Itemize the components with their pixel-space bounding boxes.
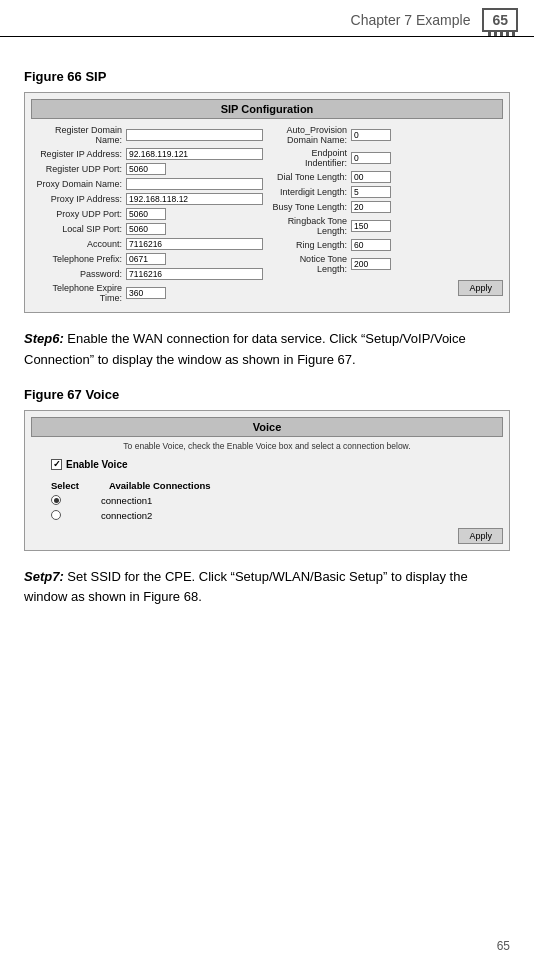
voice-connection1-row: connection1 [51, 495, 503, 506]
sip-field-row: Local SIP Port: 5060 [31, 223, 263, 235]
field-input-busy-tone[interactable]: 20 [351, 201, 391, 213]
field-input-ring-length[interactable]: 60 [351, 239, 391, 251]
field-label-tel-prefix: Telephone Prefix: [31, 254, 126, 264]
sip-field-row-r: Busy Tone Length: 20 [271, 201, 503, 213]
main-content: Figure 66 SIP SIP Configuration Register… [0, 37, 534, 638]
field-label-reg-udp: Register UDP Port: [31, 164, 126, 174]
field-input-dial-tone[interactable]: 00 [351, 171, 391, 183]
sip-field-row: Proxy Domain Name: [31, 178, 263, 190]
sip-field-row: Telephone Expire Time: 360 [31, 283, 263, 303]
sip-field-row: Proxy IP Address: 192.168.118.12 [31, 193, 263, 205]
field-label-password: Password: [31, 269, 126, 279]
sip-field-row-r: Auto_Provision Domain Name: 0 [271, 125, 503, 145]
connection2-label: connection2 [101, 510, 152, 521]
figure67-label: Figure 67 Voice [24, 387, 510, 402]
field-label-proxy-domain: Proxy Domain Name: [31, 179, 126, 189]
voice-description: To enable Voice, check the Enable Voice … [31, 441, 503, 451]
page-number-box: 65 [482, 8, 518, 32]
field-label-local-sip: Local SIP Port: [31, 224, 126, 234]
field-input-account[interactable]: 7116216 [126, 238, 263, 250]
sip-field-row: Account: 7116216 [31, 238, 263, 250]
field-input-proxy-ip[interactable]: 192.168.118.12 [126, 193, 263, 205]
header-page-number: 65 [492, 12, 508, 28]
sip-field-row-r: Notice Tone Length: 200 [271, 254, 503, 274]
sip-field-row: Register Domain Name: [31, 125, 263, 145]
figure67-type: Voice [85, 387, 119, 402]
field-input-auto-prov[interactable]: 0 [351, 129, 391, 141]
field-input-tel-expire[interactable]: 360 [126, 287, 166, 299]
field-input-proxy-domain[interactable] [126, 178, 263, 190]
field-label-proxy-ip: Proxy IP Address: [31, 194, 126, 204]
enable-voice-checkbox[interactable]: ✓ [51, 459, 62, 470]
sip-apply-button[interactable]: Apply [458, 280, 503, 296]
field-label-dial-tone: Dial Tone Length: [271, 172, 351, 182]
step6-body: Enable the WAN connection for data servi… [24, 331, 466, 367]
field-input-password[interactable]: 7116216 [126, 268, 263, 280]
step6-prefix: Step6: [24, 331, 64, 346]
field-label-tel-expire: Telephone Expire Time: [31, 283, 126, 303]
figure66-type: SIP [85, 69, 106, 84]
sip-field-row: Register UDP Port: 5060 [31, 163, 263, 175]
field-label-busy-tone: Busy Tone Length: [271, 202, 351, 212]
enable-voice-label: Enable Voice [66, 459, 128, 470]
enable-voice-row[interactable]: ✓ Enable Voice [51, 459, 503, 470]
field-label-endpoint-id: Endpoint Indentifier: [271, 148, 351, 168]
voice-dialog-title: Voice [31, 417, 503, 437]
field-label-interdigit: Interdigit Length: [271, 187, 351, 197]
field-label-reg-domain: Register Domain Name: [31, 125, 126, 145]
field-label-auto-prov: Auto_Provision Domain Name: [271, 125, 351, 145]
footer-page-number: 65 [497, 939, 510, 953]
page-footer: 65 [497, 939, 510, 953]
field-input-notice-tone[interactable]: 200 [351, 258, 391, 270]
sip-field-row-r: Dial Tone Length: 00 [271, 171, 503, 183]
field-input-proxy-udp[interactable]: 5060 [126, 208, 166, 220]
sip-field-row: Proxy UDP Port: 5060 [31, 208, 263, 220]
field-label-notice-tone: Notice Tone Length: [271, 254, 351, 274]
sip-right-col: Auto_Provision Domain Name: 0 Endpoint I… [271, 125, 503, 306]
page-header: Chapter 7 Example 65 [0, 0, 534, 37]
voice-apply-row: Apply [31, 527, 503, 544]
field-input-ringback[interactable]: 150 [351, 220, 391, 232]
field-input-reg-ip[interactable]: 92.168.119.121 [126, 148, 263, 160]
sip-field-row-r: Ring Length: 60 [271, 239, 503, 251]
radio-connection2[interactable] [51, 510, 61, 520]
field-input-tel-prefix[interactable]: 0671 [126, 253, 166, 265]
field-label-reg-ip: Register IP Address: [31, 149, 126, 159]
sip-field-row: Register IP Address: 92.168.119.121 [31, 148, 263, 160]
sip-field-row-r: Endpoint Indentifier: 0 [271, 148, 503, 168]
field-input-reg-udp[interactable]: 5060 [126, 163, 166, 175]
connection1-label: connection1 [101, 495, 152, 506]
voice-connection2-row: connection2 [51, 510, 503, 521]
field-label-ringback: Ringback Tone Length: [271, 216, 351, 236]
figure66-screenshot: SIP Configuration Register Domain Name: … [24, 92, 510, 313]
step7-prefix: Setp7: [24, 569, 64, 584]
figure67-name: Figure 67 [24, 387, 82, 402]
figure67-screenshot: Voice To enable Voice, check the Enable … [24, 410, 510, 551]
sip-field-row: Password: 7116216 [31, 268, 263, 280]
sip-dialog-title: SIP Configuration [31, 99, 503, 119]
col-connections-header: Available Connections [109, 480, 211, 491]
voice-table-header: Select Available Connections [51, 480, 503, 491]
field-input-interdigit[interactable]: 5 [351, 186, 391, 198]
field-label-account: Account: [31, 239, 126, 249]
figure66-label: Figure 66 SIP [24, 69, 510, 84]
voice-apply-button[interactable]: Apply [458, 528, 503, 544]
radio-connection1[interactable] [51, 495, 61, 505]
sip-field-row: Telephone Prefix: 0671 [31, 253, 263, 265]
step6-text: Step6: Enable the WAN connection for dat… [24, 329, 510, 371]
field-label-ring-length: Ring Length: [271, 240, 351, 250]
sip-apply-row: Apply [271, 280, 503, 296]
sip-left-col: Register Domain Name: Register IP Addres… [31, 125, 263, 306]
sip-field-row-r: Ringback Tone Length: 150 [271, 216, 503, 236]
chapter-title: Chapter 7 Example [351, 12, 471, 28]
field-input-reg-domain[interactable] [126, 129, 263, 141]
sip-field-row-r: Interdigit Length: 5 [271, 186, 503, 198]
step7-body: Set SSID for the CPE. Click “Setup/WLAN/… [24, 569, 468, 605]
col-select-header: Select [51, 480, 79, 491]
sip-dialog-content: Register Domain Name: Register IP Addres… [31, 125, 503, 306]
field-input-endpoint-id[interactable]: 0 [351, 152, 391, 164]
figure66-name: Figure 66 [24, 69, 82, 84]
field-label-proxy-udp: Proxy UDP Port: [31, 209, 126, 219]
field-input-local-sip[interactable]: 5060 [126, 223, 166, 235]
step7-text: Setp7: Set SSID for the CPE. Click “Setu… [24, 567, 510, 609]
